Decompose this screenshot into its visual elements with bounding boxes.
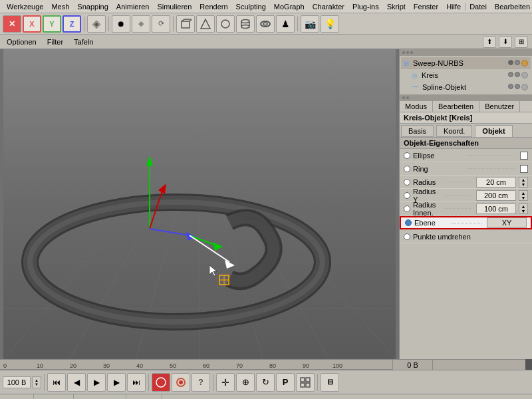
pdot4 (402, 96, 405, 99)
y-axis-btn[interactable]: Y (43, 15, 61, 33)
benutzer-btn[interactable]: Benutzer (479, 101, 520, 112)
prop-ring: Ring (400, 162, 532, 176)
radius-y-spinner[interactable]: ▲ ▼ (519, 190, 528, 201)
transfer-down-btn[interactable]: ⬇ (499, 36, 512, 48)
ellipse-radio[interactable] (404, 152, 410, 159)
ring-checkbox[interactable] (520, 165, 528, 173)
next-frame-btn[interactable]: ▶ (107, 373, 126, 392)
punkte-radio[interactable] (404, 233, 410, 240)
cylinder-btn[interactable] (236, 15, 255, 33)
menu-mograph[interactable]: MoGraph (270, 3, 309, 11)
svg-text:30: 30 (103, 362, 110, 369)
sub-toolbar: Optionen Filter Tafeln ⬆ ⬇ ⊞ (0, 35, 532, 49)
record-btn[interactable]: ⏺ (112, 15, 130, 33)
radius-dots (445, 182, 471, 182)
expand-btn[interactable]: ⊞ (515, 36, 528, 48)
tab-objekt[interactable]: Objekt (475, 125, 512, 137)
svg-point-12 (263, 23, 267, 25)
radius-innen-value[interactable]: 100 cm (476, 203, 516, 214)
go-start-btn[interactable]: ⏮ (47, 373, 66, 392)
menu-rendern[interactable]: Rendern (196, 3, 231, 11)
path-btn[interactable]: ⟳ (152, 15, 170, 33)
time-spinner[interactable]: ▲ ▼ (32, 376, 41, 388)
svg-text:50: 50 (170, 362, 176, 369)
prev-frame-btn[interactable]: ◀ (67, 373, 86, 392)
pdot2 (406, 51, 409, 54)
rotate-tool-btn[interactable]: ↻ (256, 373, 275, 392)
menu-skript[interactable]: Skript (383, 3, 410, 11)
bearbeiten-btn[interactable]: Bearbeiten (433, 101, 479, 112)
ebene-value[interactable]: XY (487, 217, 527, 228)
ring-label: Ring (413, 165, 462, 173)
viewport-3d[interactable] (0, 49, 399, 359)
ellipse-checkbox[interactable] (520, 152, 528, 160)
tree-item-sweep[interactable]: ⊞ Sweep-NURBS (401, 57, 531, 69)
figure-btn[interactable]: ♟ (276, 15, 295, 33)
ring-radio[interactable] (404, 166, 410, 172)
x-axis-btn[interactable]: X (23, 15, 41, 33)
menu-sculpting[interactable]: Sculpting (232, 3, 270, 11)
question-btn[interactable]: ? (192, 373, 210, 392)
menu-charakter[interactable]: Charakter (309, 3, 348, 11)
close-btn[interactable]: ✕ (3, 15, 21, 33)
radius-spinner[interactable]: ▲ ▼ (519, 177, 528, 188)
spline-icon: 〜 (412, 82, 418, 92)
transfer-up-btn[interactable]: ⬆ (483, 36, 496, 48)
view-toggle-btn[interactable]: ⊟ (321, 373, 339, 392)
svg-rect-71 (301, 378, 305, 382)
keyframe-btn[interactable]: ◆ (132, 15, 150, 33)
grid-btn[interactable] (296, 373, 315, 392)
menu-snapping[interactable]: Snapping (73, 3, 112, 11)
options-menu[interactable]: Optionen (4, 37, 39, 47)
menu-plugins[interactable]: Plug-ins (348, 3, 383, 11)
radius-y-value[interactable]: 200 cm (476, 190, 516, 201)
menu-animieren[interactable]: Animieren (112, 3, 154, 11)
menu-simulieren[interactable]: Simulieren (153, 3, 196, 11)
sphere-btn[interactable] (216, 15, 235, 33)
snap-tool-btn[interactable]: ⊕ (236, 373, 255, 392)
tree-dot-s3 (521, 84, 528, 90)
cube-btn[interactable] (176, 15, 195, 33)
radius-value[interactable]: 20 cm (476, 177, 516, 188)
light-btn[interactable]: 💡 (321, 15, 339, 33)
textur-section: Textur (0, 394, 34, 399)
auto-key-btn[interactable] (172, 373, 190, 392)
time-field[interactable]: 100 B (3, 376, 31, 388)
pdot5 (406, 96, 409, 99)
z-axis-btn[interactable]: Z (63, 15, 81, 33)
menu-datei[interactable]: Datei (466, 3, 491, 11)
tree-dot-3 (521, 60, 528, 66)
ebene-radio[interactable] (405, 219, 412, 226)
go-end-btn[interactable]: ⏭ (127, 373, 146, 392)
p-btn[interactable]: P (276, 373, 295, 392)
filter-menu[interactable]: Filter (45, 37, 66, 47)
menu-mesh[interactable]: Mesh (47, 3, 73, 11)
ruler: 0 10 20 30 40 50 60 70 80 90 1 (0, 359, 392, 370)
radius-innen-radio[interactable] (404, 205, 410, 212)
bt-sep3 (213, 374, 213, 391)
menu-bearbeiten[interactable]: Bearbeiten (491, 3, 532, 11)
svg-text:40: 40 (136, 362, 143, 369)
cone-btn[interactable] (196, 15, 215, 33)
camera-btn[interactable]: 📷 (301, 15, 319, 33)
torus-btn[interactable] (256, 15, 275, 33)
menu-hilfe[interactable]: Hilfe (442, 3, 465, 11)
play-btn[interactable]: ▶ (87, 373, 106, 392)
svg-point-10 (241, 25, 249, 28)
record-keyframe-btn[interactable] (152, 373, 170, 392)
tree-item-kreis[interactable]: ◎ Kreis (401, 69, 531, 81)
move-tool-btn[interactable]: ✛ (216, 373, 235, 392)
radius-radio[interactable] (404, 179, 410, 186)
menu-fenster[interactable]: Fenster (410, 3, 442, 11)
radius-y-radio[interactable] (404, 192, 410, 199)
menu-werkzeuge[interactable]: Werkzeuge (3, 3, 47, 11)
tafeln-menu[interactable]: Tafeln (71, 37, 96, 47)
tree-item-spline[interactable]: 〜 Spline-Objekt (401, 81, 531, 93)
tab-koord[interactable]: Koord. (436, 125, 472, 137)
modus-btn[interactable]: Modus (400, 101, 433, 112)
tab-basis[interactable]: Basis (401, 125, 434, 137)
svg-text:0: 0 (3, 362, 7, 369)
model-mode-btn[interactable]: ◈ (87, 15, 106, 33)
radius-innen-spinner[interactable]: ▲ ▼ (519, 203, 528, 214)
tree-dot-s2 (515, 84, 520, 89)
